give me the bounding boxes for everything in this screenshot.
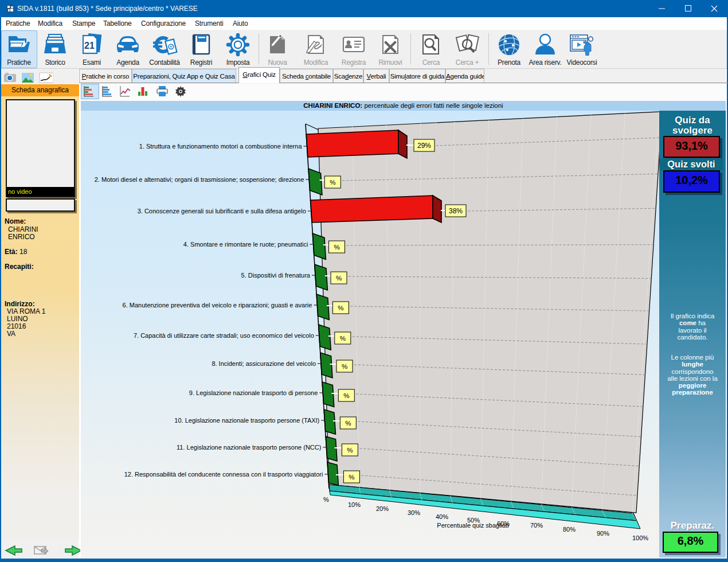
svg-text:7. Capacità di utilizzare cart: 7. Capacità di utilizzare carte stradali… (134, 332, 314, 339)
svg-text:70%: 70% (530, 522, 543, 529)
svg-text:29%: 29% (417, 142, 431, 150)
svg-text:21: 21 (84, 41, 95, 50)
svg-text:9. Legislazione nazionale tras: 9. Legislazione nazionale trasporto di p… (189, 389, 318, 396)
svg-text:1. Struttura e funzionamento m: 1. Struttura e funzionamento motori a co… (139, 143, 303, 150)
svg-text:%: % (323, 496, 329, 503)
svg-text:%: % (349, 474, 354, 481)
svg-text:40%: 40% (436, 513, 448, 520)
svg-text:12. Responsabilità del conduce: 12. Responsabilità del conducente connes… (124, 471, 323, 478)
svg-text:38%: 38% (449, 207, 463, 215)
svg-text:8. Incidenti; assicurazione de: 8. Incidenti; assicurazione del veicolo (212, 360, 316, 367)
svg-text:%: % (338, 305, 343, 311)
svg-text:Percentuale quiz sbagliati: Percentuale quiz sbagliati (437, 522, 508, 529)
svg-text:20%: 20% (376, 505, 389, 512)
svg-text:%: % (336, 275, 342, 282)
svg-text:10. Legislazione nazionale tra: 10. Legislazione nazionale trasporto per… (174, 417, 319, 424)
svg-text:%: % (330, 179, 335, 186)
svg-text:%: % (345, 420, 351, 427)
svg-text:4. Smontare e rimontare le ruo: 4. Smontare e rimontare le ruote; pneuma… (183, 241, 308, 248)
svg-text:80%: 80% (563, 526, 576, 533)
svg-text:90%: 90% (597, 530, 609, 537)
svg-text:%: % (334, 244, 339, 251)
svg-text:%: % (340, 335, 346, 342)
svg-text:6. Manutenzione preventiva del: 6. Manutenzione preventiva del veicolo e… (123, 302, 312, 309)
svg-text:2. Motori diesel e alternativi: 2. Motori diesel e alternativi; organi d… (95, 176, 304, 183)
svg-text:%: % (343, 392, 349, 399)
svg-text:3. Conoscenze generali sui lub: 3. Conoscenze generali sui lubrificanti … (138, 208, 306, 214)
svg-text:5. Dispositivi di frenatura: 5. Dispositivi di frenatura (241, 272, 311, 279)
svg-text:11. Legislazione nazionale tra: 11. Legislazione nazionale trasporto per… (177, 444, 321, 451)
svg-text:10%: 10% (348, 501, 361, 508)
svg-text:100%: 100% (632, 534, 648, 541)
svg-text:%: % (342, 363, 347, 370)
svg-text:30%: 30% (408, 509, 420, 516)
svg-text:%: % (347, 447, 353, 454)
